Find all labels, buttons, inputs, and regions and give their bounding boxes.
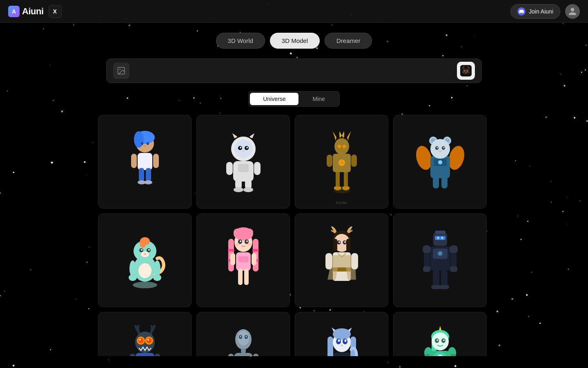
svg-point-3 — [463, 68, 470, 74]
svg-rect-97 — [228, 249, 234, 251]
svg-rect-115 — [230, 253, 235, 265]
svg-point-74 — [439, 150, 441, 152]
svg-rect-52 — [334, 186, 341, 190]
card-3[interactable]: AiUNi — [295, 115, 388, 209]
subtab-universe[interactable]: Universe — [250, 93, 298, 105]
model-grid: AiUNi — [98, 115, 487, 356]
svg-point-201 — [432, 332, 449, 350]
svg-point-12 — [466, 72, 466, 72]
svg-rect-42 — [238, 164, 249, 172]
svg-point-83 — [140, 238, 146, 248]
svg-point-108 — [246, 240, 248, 242]
svg-point-188 — [333, 328, 351, 340]
card-8[interactable] — [393, 213, 487, 307]
svg-rect-159 — [130, 354, 135, 356]
svg-point-191 — [338, 339, 340, 342]
svg-rect-144 — [433, 270, 439, 287]
svg-rect-78 — [441, 176, 448, 188]
svg-rect-113 — [238, 269, 243, 285]
svg-point-76 — [438, 160, 442, 164]
svg-point-153 — [139, 339, 141, 341]
svg-point-167 — [240, 336, 241, 338]
svg-point-124 — [344, 241, 346, 243]
svg-rect-127 — [325, 253, 332, 269]
svg-rect-160 — [155, 354, 160, 356]
svg-point-45 — [234, 187, 243, 192]
header-right: Join Aiuni — [510, 4, 580, 19]
tab-3d-world[interactable]: 3D World — [216, 33, 265, 49]
svg-point-73 — [443, 147, 444, 148]
svg-point-59 — [334, 138, 349, 155]
watermark: AiUNi — [336, 201, 347, 205]
svg-rect-116 — [252, 253, 256, 265]
svg-rect-140 — [424, 253, 430, 267]
mascot-icon — [457, 62, 475, 80]
svg-point-92 — [129, 274, 137, 281]
card-12[interactable] — [393, 312, 487, 356]
svg-point-104 — [246, 229, 253, 236]
svg-point-10 — [464, 70, 465, 72]
card-2[interactable] — [196, 115, 290, 209]
svg-rect-24 — [139, 168, 144, 181]
card-6[interactable] — [196, 213, 290, 307]
svg-rect-147 — [439, 285, 449, 289]
upload-image-icon[interactable] — [113, 63, 129, 79]
upload-banner — [106, 58, 482, 83]
svg-rect-155 — [136, 353, 154, 356]
card-4[interactable] — [393, 115, 487, 209]
logo-text: Aiuni — [22, 6, 44, 17]
main-tabs: 3D World 3D Model Dreamer — [216, 33, 372, 49]
grid-container[interactable]: AiUNi — [98, 115, 490, 356]
card-5[interactable] — [98, 213, 192, 307]
user-avatar[interactable] — [565, 4, 580, 19]
svg-point-19 — [134, 131, 144, 148]
svg-point-94 — [133, 282, 157, 288]
header: A Aiuni X Join Aiuni — [0, 0, 588, 23]
svg-point-204 — [437, 339, 438, 341]
tab-dreamer[interactable]: Dreamer — [325, 33, 372, 49]
svg-point-60 — [338, 145, 341, 148]
svg-point-152 — [147, 338, 151, 343]
svg-rect-77 — [433, 176, 439, 188]
svg-rect-98 — [252, 249, 259, 251]
svg-rect-141 — [451, 253, 457, 267]
join-button[interactable]: Join Aiuni — [510, 4, 560, 19]
svg-point-38 — [240, 147, 241, 148]
card-10[interactable] — [196, 312, 290, 356]
svg-rect-128 — [351, 253, 358, 269]
svg-rect-26 — [131, 154, 137, 168]
subtab-mine[interactable]: Mine — [299, 93, 338, 105]
svg-point-72 — [437, 147, 438, 148]
svg-point-103 — [234, 229, 241, 236]
card-9[interactable] — [98, 312, 192, 356]
subtabs: Universe Mine — [248, 91, 340, 107]
svg-rect-119 — [333, 239, 337, 251]
svg-point-107 — [240, 240, 241, 242]
svg-rect-185 — [327, 337, 333, 356]
svg-rect-27 — [153, 154, 159, 168]
card-11[interactable] — [295, 312, 388, 356]
svg-point-40 — [243, 150, 244, 152]
svg-point-137 — [438, 251, 442, 256]
svg-point-20 — [141, 142, 143, 145]
svg-point-22 — [144, 145, 146, 146]
svg-rect-53 — [342, 186, 350, 190]
svg-rect-120 — [346, 239, 350, 251]
svg-rect-145 — [441, 270, 448, 287]
svg-point-205 — [443, 339, 445, 341]
svg-point-110 — [247, 243, 252, 246]
svg-rect-170 — [234, 353, 253, 356]
svg-point-132 — [437, 237, 439, 239]
card-1[interactable] — [98, 115, 192, 209]
svg-point-93 — [153, 274, 161, 281]
twitter-button[interactable]: X — [49, 5, 62, 18]
svg-point-69 — [430, 139, 450, 159]
svg-point-123 — [339, 241, 340, 243]
tab-3d-model[interactable]: 3D Model — [270, 33, 320, 49]
svg-point-193 — [341, 345, 343, 346]
svg-rect-25 — [146, 168, 151, 181]
svg-rect-114 — [244, 269, 249, 285]
discord-icon — [517, 7, 526, 16]
svg-point-56 — [340, 161, 344, 165]
card-7[interactable] — [295, 213, 388, 307]
